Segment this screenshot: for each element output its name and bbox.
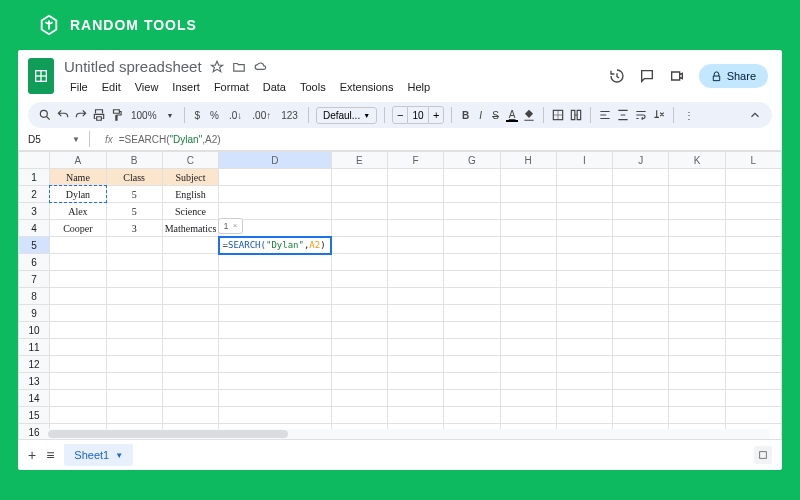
cell[interactable]: Cooper [50, 220, 106, 237]
cell[interactable] [669, 356, 725, 373]
paint-format-icon[interactable] [110, 108, 124, 122]
cell[interactable] [725, 322, 781, 339]
comment-icon[interactable] [639, 68, 655, 84]
currency-button[interactable]: $ [192, 110, 204, 121]
col-header[interactable]: E [331, 152, 387, 169]
cell[interactable] [500, 356, 556, 373]
cell[interactable] [219, 373, 332, 390]
cell[interactable] [500, 271, 556, 288]
cell[interactable] [556, 169, 612, 186]
cell[interactable] [219, 169, 332, 186]
fill-color-icon[interactable] [522, 108, 536, 122]
cell[interactable] [613, 220, 669, 237]
menu-edit[interactable]: Edit [96, 78, 127, 96]
cell[interactable] [725, 305, 781, 322]
cell[interactable] [500, 203, 556, 220]
cell[interactable]: Science [162, 203, 218, 220]
row-header[interactable]: 10 [19, 322, 50, 339]
cell[interactable] [106, 356, 162, 373]
cell[interactable]: Alex [50, 203, 106, 220]
cell[interactable] [219, 254, 332, 271]
cell[interactable] [387, 220, 443, 237]
col-header[interactable]: A [50, 152, 106, 169]
col-header[interactable]: L [725, 152, 781, 169]
decrease-decimal-button[interactable]: .0↓ [226, 110, 245, 121]
merge-icon[interactable] [569, 108, 583, 122]
cell[interactable] [725, 186, 781, 203]
cell[interactable] [106, 407, 162, 424]
cell[interactable] [331, 169, 387, 186]
cell[interactable] [219, 390, 332, 407]
cell[interactable] [613, 373, 669, 390]
cell[interactable] [444, 203, 500, 220]
cell[interactable] [162, 237, 218, 254]
row-header[interactable]: 2 [19, 186, 50, 203]
font-size-stepper[interactable]: − 10 + [392, 106, 444, 124]
row-header[interactable]: 5 [19, 237, 50, 254]
cell[interactable] [613, 254, 669, 271]
cell[interactable] [444, 356, 500, 373]
share-button[interactable]: Share [699, 64, 768, 88]
cell[interactable] [500, 169, 556, 186]
font-size-value[interactable]: 10 [408, 106, 428, 124]
col-header[interactable]: C [162, 152, 218, 169]
cell[interactable] [331, 271, 387, 288]
cell[interactable] [500, 254, 556, 271]
cell[interactable] [50, 271, 106, 288]
cell[interactable] [500, 186, 556, 203]
cell[interactable] [444, 407, 500, 424]
cell[interactable] [500, 407, 556, 424]
cell[interactable] [500, 305, 556, 322]
cell[interactable] [331, 254, 387, 271]
row-header[interactable]: 1 [19, 169, 50, 186]
col-header[interactable]: I [556, 152, 612, 169]
cell[interactable] [219, 271, 332, 288]
select-all-corner[interactable] [19, 152, 50, 169]
cell[interactable] [387, 288, 443, 305]
cell[interactable] [162, 356, 218, 373]
cell[interactable] [50, 407, 106, 424]
cell[interactable]: Subject [162, 169, 218, 186]
valign-icon[interactable] [616, 108, 630, 122]
cell[interactable] [669, 237, 725, 254]
cell[interactable] [669, 305, 725, 322]
cell[interactable] [725, 373, 781, 390]
cell[interactable] [556, 373, 612, 390]
cell[interactable]: English [162, 186, 218, 203]
cell[interactable] [444, 254, 500, 271]
redo-icon[interactable] [74, 108, 88, 122]
menu-format[interactable]: Format [208, 78, 255, 96]
h-scrollbar[interactable] [48, 429, 770, 439]
meet-icon[interactable] [669, 68, 685, 84]
bold-button[interactable]: B [459, 110, 472, 121]
cell[interactable] [613, 169, 669, 186]
cell[interactable] [556, 322, 612, 339]
cell[interactable] [444, 186, 500, 203]
cell[interactable] [556, 390, 612, 407]
cell[interactable] [219, 407, 332, 424]
col-header[interactable]: B [106, 152, 162, 169]
cell[interactable] [331, 373, 387, 390]
cell[interactable] [219, 186, 332, 203]
menu-insert[interactable]: Insert [166, 78, 206, 96]
cell[interactable] [331, 339, 387, 356]
cell[interactable] [669, 271, 725, 288]
cell[interactable] [444, 271, 500, 288]
cell[interactable] [444, 305, 500, 322]
cell[interactable] [50, 288, 106, 305]
row-header[interactable]: 9 [19, 305, 50, 322]
cell[interactable] [725, 356, 781, 373]
cell[interactable] [106, 288, 162, 305]
sheets-logo-icon[interactable] [28, 58, 54, 94]
cell[interactable] [500, 322, 556, 339]
row-header[interactable]: 13 [19, 373, 50, 390]
col-header[interactable]: H [500, 152, 556, 169]
cell[interactable] [725, 339, 781, 356]
cell[interactable] [500, 339, 556, 356]
cell[interactable] [669, 254, 725, 271]
sheet-tab[interactable]: Sheet1 ▼ [64, 444, 133, 466]
cell[interactable] [556, 203, 612, 220]
cell[interactable]: Class [106, 169, 162, 186]
cell[interactable] [106, 373, 162, 390]
menu-data[interactable]: Data [257, 78, 292, 96]
